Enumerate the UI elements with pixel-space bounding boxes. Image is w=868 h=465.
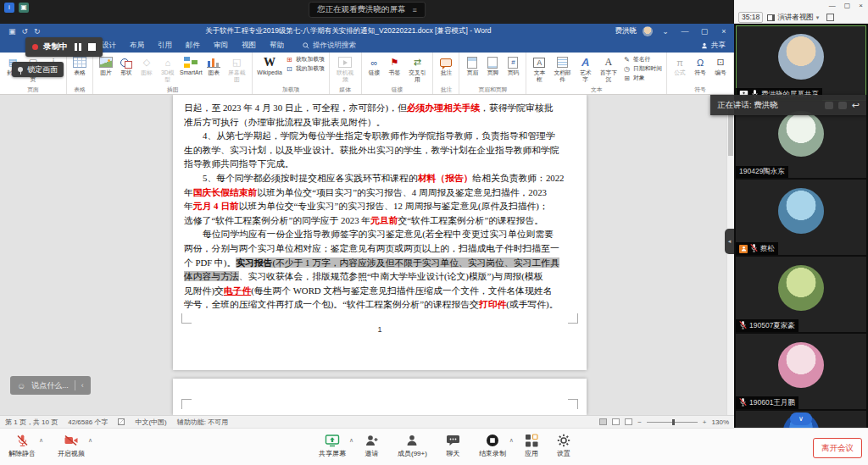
- view-mode-button[interactable]: 演讲者视图 ▾: [767, 13, 819, 23]
- ribbon-button-页眉[interactable]: 页眉: [462, 54, 482, 77]
- status-word-count[interactable]: 42/6586 个字: [68, 418, 108, 427]
- ribbon-button-书签[interactable]: ⚑书签: [385, 54, 405, 77]
- stop-recording-button[interactable]: [88, 43, 96, 51]
- ribbon-button-公式[interactable]: π公式: [670, 54, 690, 77]
- ribbon-button-图标[interactable]: ◇图标: [136, 54, 157, 77]
- word-minimize-button[interactable]: —: [678, 27, 692, 36]
- lock-screen-button[interactable]: 锁定画面: [12, 62, 64, 77]
- members-button[interactable]: 成员(99+): [398, 433, 427, 458]
- tab-审阅[interactable]: 审阅: [207, 41, 235, 51]
- share-screen-button[interactable]: 共享屏幕 ∧: [319, 433, 346, 458]
- tab-视图[interactable]: 视图: [235, 41, 263, 51]
- restore-button[interactable]: ▢: [844, 2, 851, 11]
- document-area[interactable]: 日起，至 2023 年 4 月 30 日止，可全程，亦可部分)，但必须办理相关手…: [0, 95, 726, 415]
- banner-menu-icon[interactable]: ≡: [413, 6, 417, 14]
- sidebar-collapse-handle[interactable]: ◂: [725, 229, 734, 254]
- ribbon-button-表格[interactable]: 表格: [70, 54, 90, 77]
- apps-button[interactable]: 应用: [525, 433, 538, 458]
- ribbon-button-页码[interactable]: #页码: [503, 54, 523, 77]
- chevron-up-icon[interactable]: ∧: [88, 437, 92, 444]
- redo-icon[interactable]: ↻: [34, 27, 41, 36]
- word-restore-button[interactable]: ▢: [698, 27, 711, 36]
- proofing-icon[interactable]: [118, 418, 125, 425]
- tab-邮件[interactable]: 邮件: [179, 41, 207, 51]
- invite-button[interactable]: 邀请: [364, 433, 379, 458]
- ribbon-button-形状[interactable]: 形状: [116, 54, 136, 77]
- status-page-info[interactable]: 第 1 页，共 10 页: [5, 418, 58, 427]
- fullscreen-icon[interactable]: [826, 14, 834, 21]
- reaction-icon[interactable]: [838, 102, 847, 109]
- zoom-in-button[interactable]: +: [703, 418, 707, 426]
- ribbon-button-批注[interactable]: 批注: [436, 54, 456, 77]
- pause-recording-button[interactable]: [73, 42, 83, 52]
- tab-引用[interactable]: 引用: [151, 41, 179, 51]
- reaction-icon[interactable]: [825, 102, 833, 109]
- tell-me-search[interactable]: 操作说明搜索: [303, 41, 356, 51]
- ribbon-button-艺术字[interactable]: A艺术字: [576, 54, 596, 83]
- quick-chat-pill[interactable]: ☺ 说点什么... ‹: [10, 376, 91, 395]
- ribbon-button-链接[interactable]: ∞链接: [364, 54, 385, 77]
- view-read-mode-icon[interactable]: [599, 418, 607, 425]
- ribbon-button-交叉引用[interactable]: ⇄交叉引用: [405, 54, 431, 83]
- camera-status-icon[interactable]: ▣: [19, 3, 29, 13]
- document-page-1[interactable]: 日起，至 2023 年 4 月 30 日止，可全程，亦可部分)，但必须办理相关手…: [173, 95, 587, 370]
- ribbon-button-日期和时间[interactable]: ◷日期和时间: [623, 64, 662, 73]
- ribbon-button-屏幕截图[interactable]: ◱屏幕截图: [224, 54, 249, 83]
- zoom-slider-thumb[interactable]: [672, 419, 675, 425]
- ribbon-button-符号[interactable]: Ω符号: [690, 54, 710, 77]
- word-close-button[interactable]: ×: [717, 27, 731, 36]
- word-scrollbar[interactable]: [726, 95, 734, 415]
- close-button[interactable]: ×: [859, 2, 863, 11]
- ribbon-button-文本框[interactable]: A文本框: [529, 54, 549, 83]
- share-button[interactable]: 共享: [701, 41, 726, 51]
- participant-tile-190507夏家豪[interactable]: 190507夏家豪: [736, 257, 866, 332]
- leave-meeting-button[interactable]: 离开会议: [813, 438, 862, 458]
- ribbon-button-页脚[interactable]: 页脚: [482, 54, 503, 77]
- settings-button[interactable]: 设置: [557, 433, 570, 458]
- scroll-down-button[interactable]: ∨: [790, 412, 812, 425]
- emoji-icon[interactable]: ☺: [17, 381, 25, 390]
- unmute-button[interactable]: 解除静音 ∧: [8, 433, 36, 458]
- stop-record-button[interactable]: 结束录制 ∧: [479, 433, 506, 458]
- ribbon-options-icon[interactable]: ⌄: [659, 27, 672, 36]
- collapse-chat-icon[interactable]: ‹: [81, 381, 84, 390]
- ribbon-button-获取加载项[interactable]: ⊞获取加载项: [286, 55, 325, 64]
- ribbon-button-图表[interactable]: 图表: [203, 54, 224, 77]
- participant-tile-190601王月鹏[interactable]: 190601王月鹏: [736, 334, 866, 409]
- chat-placeholder[interactable]: 说点什么...: [31, 380, 69, 391]
- view-web-layout-icon[interactable]: [625, 418, 632, 425]
- start-video-button[interactable]: 开启视频 ∧: [58, 433, 85, 458]
- chevron-up-icon[interactable]: ∧: [509, 437, 514, 444]
- ribbon-button-Wikipedia[interactable]: WWikipedia: [255, 54, 283, 77]
- chat-button[interactable]: 聊天: [446, 433, 460, 458]
- document-page-2[interactable]: [173, 379, 587, 415]
- ribbon-button-3D模型[interactable]: ⌂3D模型: [157, 54, 178, 83]
- meeting-info-icon[interactable]: i: [4, 3, 14, 13]
- zoom-out-button[interactable]: −: [637, 418, 642, 426]
- ribbon-button-文档部件[interactable]: 文档部件: [549, 54, 575, 83]
- ribbon-button-签名行[interactable]: ✎签名行: [623, 55, 662, 64]
- undo-icon[interactable]: ↺: [22, 27, 29, 36]
- minimize-button[interactable]: —: [829, 2, 836, 11]
- participant-tile-费洪晓的屏幕共享[interactable]: 费洪晓的屏幕共享: [736, 25, 866, 101]
- tab-布局[interactable]: 布局: [123, 41, 151, 51]
- save-icon[interactable]: ▣: [8, 27, 16, 36]
- zoom-percent[interactable]: 130%: [712, 418, 729, 426]
- ribbon-button-SmartArt[interactable]: SmartArt: [178, 54, 203, 77]
- status-language[interactable]: 中文(中国): [135, 418, 166, 427]
- word-user-avatar[interactable]: [643, 26, 653, 36]
- tab-帮助[interactable]: 帮助: [263, 41, 291, 51]
- ribbon-button-首字下沉[interactable]: A首字下沉: [596, 54, 621, 83]
- participant-tile-蔡松[interactable]: 蔡松: [736, 180, 866, 255]
- zoom-slider[interactable]: [647, 422, 698, 423]
- ribbon-button-图片[interactable]: 图片: [96, 54, 116, 77]
- ribbon-button-对象[interactable]: ⊞对象: [623, 74, 662, 82]
- ribbon-button-编号[interactable]: ⊡编号: [710, 54, 731, 77]
- ribbon-button-联机视频[interactable]: 联机视频: [332, 54, 359, 83]
- reply-arrow-icon[interactable]: ↩: [852, 100, 860, 111]
- chevron-up-icon[interactable]: ∧: [349, 437, 353, 444]
- chevron-up-icon[interactable]: ∧: [39, 437, 43, 444]
- status-accessibility[interactable]: 辅助功能: 不可用: [177, 418, 228, 427]
- view-print-layout-icon[interactable]: [612, 418, 620, 425]
- ribbon-button-我的加载项[interactable]: ⊡我的加载项: [286, 64, 325, 73]
